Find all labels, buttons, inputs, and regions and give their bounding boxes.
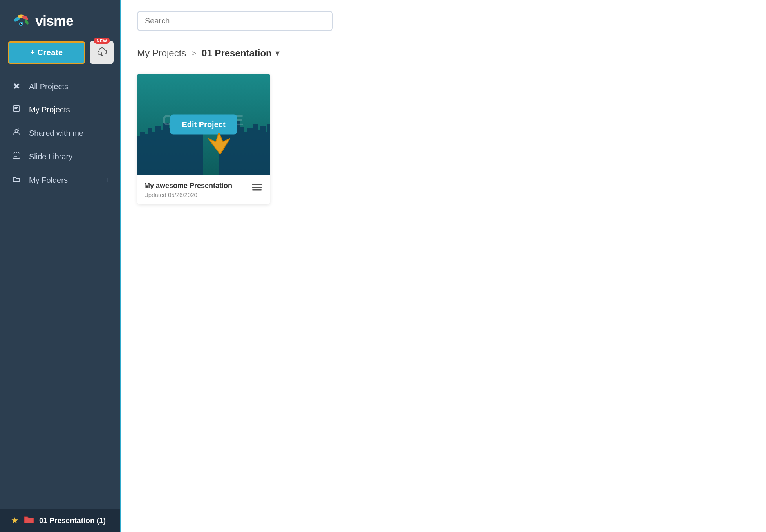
project-thumbnail: CREATIVE Edit Project [137,74,270,175]
svg-point-5 [20,23,22,25]
sidebar-actions: + Create NEW [0,41,121,75]
svg-rect-15 [152,132,155,175]
star-icon: ★ [11,516,19,526]
breadcrumb-dropdown-icon: ▼ [274,49,281,58]
svg-rect-25 [198,128,203,175]
svg-rect-35 [260,126,266,175]
project-info: My awesome Presentation Updated 05/26/20… [137,175,270,204]
cursor-arrow-icon [206,131,234,156]
logo-text: visme [35,13,73,29]
visme-logo-icon [11,11,31,31]
svg-marker-38 [208,133,230,154]
sidebar-item-all-projects[interactable]: ✖ All Projects [0,75,121,98]
svg-rect-16 [155,126,161,175]
sidebar-item-shared-with-me[interactable]: Shared with me [0,121,121,145]
sidebar-item-slide-library[interactable]: Slide Library [0,145,121,168]
breadcrumb-separator: > [192,49,196,58]
my-projects-icon [11,104,22,115]
folder-name: 01 Presentation (1) [39,516,106,525]
upload-cloud-icon [96,47,108,58]
svg-rect-7 [13,106,20,111]
breadcrumb-current-label: 01 Presentation [202,48,272,59]
main-content: My Projects > 01 Presentation ▼ [121,0,766,532]
sidebar-item-label: Shared with me [29,129,110,138]
svg-rect-30 [239,127,244,175]
svg-rect-32 [247,128,254,175]
folders-icon [11,175,22,186]
project-card[interactable]: CREATIVE Edit Project My awesome Present… [137,74,270,204]
upload-button[interactable] [90,41,114,64]
svg-rect-40 [252,187,262,188]
slide-library-icon [11,151,22,162]
shared-icon [11,128,22,139]
sidebar-nav: ✖ All Projects My Projects Shared with m… [0,75,121,196]
project-date: Updated 05/26/2020 [144,191,232,198]
svg-rect-37 [267,124,270,175]
sidebar: visme + Create NEW ✖ All Projects [0,0,121,532]
all-projects-icon: ✖ [11,81,22,92]
svg-rect-22 [181,129,186,175]
svg-rect-41 [252,189,262,191]
folder-icon [23,514,34,527]
sidebar-item-my-folders[interactable]: My Folders + [0,168,121,192]
project-meta: My awesome Presentation Updated 05/26/20… [144,182,232,198]
sidebar-item-label: My Projects [29,105,110,114]
new-badge: NEW [94,38,110,44]
search-input[interactable] [137,11,333,31]
sidebar-item-label: Slide Library [29,152,110,161]
svg-rect-14 [148,128,152,175]
projects-grid: CREATIVE Edit Project My awesome Present… [121,63,766,215]
breadcrumb: My Projects > 01 Presentation ▼ [121,39,766,63]
main-header [121,0,766,39]
svg-rect-9 [13,153,20,158]
create-button[interactable]: + Create [8,41,85,64]
logo-area: visme [0,0,121,41]
breadcrumb-current[interactable]: 01 Presentation ▼ [202,48,281,59]
sidebar-item-label: My Folders [29,176,98,185]
add-folder-icon[interactable]: + [105,175,110,185]
project-name: My awesome Presentation [144,182,232,190]
svg-rect-39 [252,184,262,185]
sidebar-item-label: All Projects [29,82,110,91]
project-menu-icon[interactable] [251,182,263,195]
sidebar-item-my-projects[interactable]: My Projects [0,98,121,121]
breadcrumb-parent[interactable]: My Projects [137,48,186,59]
active-folder[interactable]: ★ 01 Presentation (1) [0,509,121,532]
svg-point-6 [21,23,22,24]
upload-button-wrap: NEW [90,41,114,64]
